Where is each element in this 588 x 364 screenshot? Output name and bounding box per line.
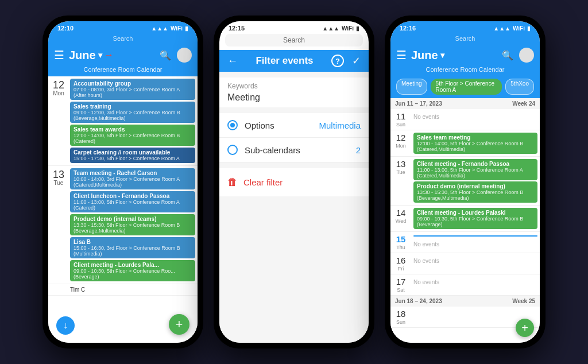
- back-icon-filter[interactable]: ←: [227, 55, 238, 67]
- search-bar-3[interactable]: Search: [390, 34, 540, 44]
- event3-beverage: (Beverage): [417, 222, 534, 227]
- week-range-1: Jun 11 – 17, 2023: [395, 100, 442, 107]
- search-bar-1[interactable]: Search: [48, 34, 198, 44]
- menu-icon-3[interactable]: ☰: [396, 48, 407, 62]
- check-icon[interactable]: ✓: [352, 55, 361, 67]
- event-sales-training[interactable]: Sales training 09:00 - 12:00, 3rd Floor …: [70, 102, 195, 123]
- filter-tags-bar: Meeting 5th Floor > Conference Room A 5t…: [390, 76, 540, 98]
- day-num-12: 12: [396, 133, 406, 143]
- filter-tag-meeting[interactable]: Meeting: [396, 79, 427, 95]
- radio-subcals[interactable]: [227, 145, 238, 155]
- option-row-options[interactable]: Options Multimedia: [219, 113, 369, 138]
- app-title-3: June ▾: [411, 49, 497, 62]
- no-events-16: No events: [413, 255, 537, 266]
- day-label-12: 12 Mon: [48, 76, 69, 165]
- event3-product-demo[interactable]: Product demo (internal meeting) 13:30 - …: [413, 181, 537, 203]
- day-lbl-18: Sun: [396, 319, 405, 325]
- day-col-14: 14 Wed: [390, 206, 411, 231]
- radio-options[interactable]: [227, 120, 238, 130]
- fab-back[interactable]: ↓: [56, 316, 75, 335]
- filter-tag-5thxoo[interactable]: 5thXoo: [505, 79, 534, 95]
- filter-header: ← Filter events ? ✓: [219, 50, 369, 72]
- day-label-timC: [48, 284, 69, 295]
- day-name-13: Tue: [54, 180, 64, 186]
- event3-title-lourdes: Client meeting - Lourdes Palaski: [417, 210, 534, 216]
- event-product-demo[interactable]: Product demo (internal teams) 13:30 - 15…: [70, 214, 195, 235]
- calendar-body-3[interactable]: Jun 11 – 17, 2023 Week 24 11 Sun No even…: [390, 98, 540, 343]
- event-catered-2: (Catered): [74, 205, 192, 211]
- event-client-lourdes[interactable]: Client meeting - Lourdes Pala... 09:00 -…: [70, 260, 195, 281]
- search-label-2: Search: [283, 36, 305, 44]
- calendar-body-1[interactable]: 12 Mon Accountability group 07:00 - 08:0…: [48, 76, 198, 343]
- search-icon-3[interactable]: 🔍: [502, 50, 513, 61]
- filter-title: Filter events: [256, 55, 313, 67]
- wifi-icon-2: WiFi: [342, 25, 354, 32]
- status-bar-3: 12:16 ▲▲▲ WiFi ▮: [390, 21, 540, 34]
- week-range-2: Jun 18 – 24, 2023: [395, 298, 442, 304]
- phone-1-screen: 12:10 ▲▲▲ WiFi ▮ Search ☰ June ▾ →: [48, 21, 198, 343]
- option-value-multimedia: Multimedia: [319, 121, 361, 130]
- event3-title-sales-team: Sales team meeting: [417, 134, 534, 141]
- help-icon[interactable]: ?: [331, 55, 344, 67]
- dropdown-icon-1[interactable]: ▾: [98, 51, 102, 60]
- event-detail-sales-awards: 12:00 - 14:00, 5th Floor > Conference Ro…: [74, 133, 192, 138]
- app-header-3: ☰ June ▾ 🔍: [390, 44, 540, 66]
- event-client-luncheon[interactable]: Client luncheon - Fernando Passoa 11:00 …: [70, 191, 195, 212]
- fab-add-1[interactable]: +: [169, 314, 189, 335]
- event3-title-product-demo: Product demo (internal meeting): [417, 183, 534, 189]
- event-title-client-luncheon: Client luncheon - Fernando Passoa: [74, 193, 192, 199]
- event-title-lisa: Lisa B: [74, 239, 192, 245]
- day-num-14: 14: [396, 208, 406, 218]
- fab-add-3[interactable]: +: [516, 319, 534, 337]
- phone-3-screen: 12:16 ▲▲▲ WiFi ▮ Search ☰ June ▾ 🔍: [390, 21, 540, 343]
- status-icons-1: ▲▲▲ WiFi ▮: [151, 25, 188, 32]
- week-num-1: Week 24: [512, 100, 535, 107]
- clear-filter-label[interactable]: Clear filter: [243, 177, 283, 187]
- event3-catered-mm-2: (Catered,Multimedia): [417, 173, 534, 179]
- option-label-options: Options: [245, 121, 319, 130]
- avatar-1[interactable]: [177, 48, 192, 63]
- day-lbl-15: Thu: [396, 245, 405, 250]
- event-carpet[interactable]: Carpet cleaning // room unavailable 15:0…: [70, 148, 195, 163]
- menu-icon-1[interactable]: ☰: [54, 48, 64, 62]
- event3-detail-lourdes: 09:00 - 10:30, 5th Floor > Conference Ro…: [417, 216, 534, 222]
- screenshots-container: 12:10 ▲▲▲ WiFi ▮ Search ☰ June ▾ →: [31, 4, 557, 360]
- event-team-meeting[interactable]: Team meeting - Rachel Carson 10:00 - 14:…: [70, 168, 195, 189]
- keyword-value[interactable]: Meeting: [227, 92, 361, 103]
- day-number-12: 12: [53, 80, 64, 90]
- event3-client-fernando[interactable]: Client meeting - Fernando Passoa 11:00 -…: [413, 159, 537, 180]
- event-sales-awards[interactable]: Sales team awards 12:00 - 14:00, 5th Flo…: [70, 125, 195, 146]
- cal-row-13: 13 Tue Client meeting - Fernando Passoa …: [390, 157, 540, 206]
- cal-row-12: 12 Mon Sales team meeting 12:00 - 14:00,…: [390, 130, 540, 157]
- filter-tag-5thfloor[interactable]: 5th Floor > Conference Room A: [431, 79, 502, 95]
- calendar-name-1: Conference Room Calendar: [84, 66, 163, 73]
- event-lisa[interactable]: Lisa B 15:00 - 16:30, 3rd Floor > Confer…: [70, 237, 195, 258]
- avatar-3[interactable]: [519, 48, 534, 63]
- search-bar-2[interactable]: Search: [225, 34, 363, 47]
- week-header-2: Jun 18 – 24, 2023 Week 25: [390, 296, 540, 307]
- app-title-1: June ▾ →: [69, 49, 155, 62]
- event-title-team-meeting: Team meeting - Rachel Carson: [74, 170, 192, 176]
- dropdown-icon-3[interactable]: ▾: [440, 51, 444, 60]
- clear-filter-row[interactable]: 🗑 Clear filter: [219, 168, 369, 196]
- day-col-16: 16 Fri: [390, 253, 411, 274]
- option-row-subcals[interactable]: Sub-calendars 2: [219, 138, 369, 162]
- signal-icon: ▲▲▲: [151, 25, 168, 32]
- sub-header-3: Conference Room Calendar: [390, 66, 540, 76]
- event3-client-lourdes[interactable]: Client meeting - Lourdes Palaski 09:00 -…: [413, 208, 537, 229]
- events-col-12: Accountability group 07:00 - 08:00, 3rd …: [69, 76, 198, 165]
- day-number-13: 13: [53, 169, 64, 180]
- events-12: Sales team meeting 12:00 - 14:00, 5th Fl…: [411, 130, 540, 156]
- event-beverage: (Beverage): [74, 274, 192, 280]
- search-icon-1[interactable]: 🔍: [160, 50, 171, 61]
- month-title-3: June: [411, 49, 438, 62]
- event-accountability[interactable]: Accountability group 07:00 - 08:00, 3rd …: [70, 79, 195, 100]
- header-icons-3: 🔍: [502, 48, 534, 63]
- day-section-13: 13 Tue Team meeting - Rachel Carson 10:0…: [48, 166, 198, 284]
- event-detail-client-lourdes: 09:00 - 10:30, 5th Floor > Conference Ro…: [74, 268, 192, 274]
- day-col-17: 17 Sat: [390, 274, 411, 295]
- status-bar-2: 12:15 ▲▲▲ WiFi ▮: [219, 21, 369, 34]
- event3-sales-team[interactable]: Sales team meeting 12:00 - 14:00, 5th Fl…: [413, 133, 537, 154]
- no-events-11: No events: [413, 111, 537, 122]
- filter-body: Keywords Meeting Options Multimedia Sub-…: [219, 72, 369, 343]
